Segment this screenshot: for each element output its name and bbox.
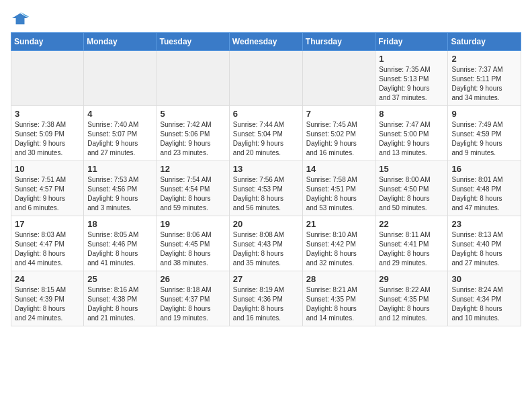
day-info: Sunrise: 8:19 AM Sunset: 4:36 PM Dayligh…	[233, 285, 299, 323]
day-info: Sunrise: 8:00 AM Sunset: 4:50 PM Dayligh…	[379, 175, 444, 213]
weekday-header: Sunday	[11, 33, 84, 51]
day-number: 22	[379, 219, 444, 229]
day-info: Sunrise: 8:11 AM Sunset: 4:41 PM Dayligh…	[379, 230, 444, 268]
calendar-cell: 15Sunrise: 8:00 AM Sunset: 4:50 PM Dayli…	[375, 161, 448, 216]
day-number: 24	[15, 274, 80, 284]
calendar-cell: 5Sunrise: 7:42 AM Sunset: 5:06 PM Daylig…	[157, 106, 229, 161]
calendar-cell	[229, 51, 302, 106]
day-info: Sunrise: 7:38 AM Sunset: 5:09 PM Dayligh…	[15, 120, 80, 158]
day-info: Sunrise: 8:08 AM Sunset: 4:43 PM Dayligh…	[233, 230, 299, 268]
day-number: 7	[306, 109, 372, 119]
calendar-cell: 21Sunrise: 8:10 AM Sunset: 4:42 PM Dayli…	[302, 216, 375, 271]
day-info: Sunrise: 7:42 AM Sunset: 5:06 PM Dayligh…	[161, 120, 226, 158]
day-number: 8	[379, 109, 444, 119]
day-number: 17	[15, 219, 80, 229]
calendar-cell: 22Sunrise: 8:11 AM Sunset: 4:41 PM Dayli…	[375, 216, 448, 271]
logo	[11, 11, 32, 27]
calendar-cell	[11, 51, 84, 106]
calendar-cell	[157, 51, 229, 106]
calendar-week-row: 24Sunrise: 8:15 AM Sunset: 4:39 PM Dayli…	[11, 271, 521, 326]
calendar-cell: 29Sunrise: 8:22 AM Sunset: 4:35 PM Dayli…	[375, 271, 448, 326]
day-number: 5	[161, 109, 226, 119]
day-info: Sunrise: 8:10 AM Sunset: 4:42 PM Dayligh…	[306, 230, 372, 268]
day-info: Sunrise: 8:15 AM Sunset: 4:39 PM Dayligh…	[15, 285, 80, 323]
day-number: 27	[233, 274, 299, 284]
day-number: 9	[451, 109, 517, 119]
day-info: Sunrise: 8:13 AM Sunset: 4:40 PM Dayligh…	[451, 230, 517, 268]
calendar-cell	[302, 51, 375, 106]
calendar-cell: 20Sunrise: 8:08 AM Sunset: 4:43 PM Dayli…	[229, 216, 302, 271]
day-info: Sunrise: 7:40 AM Sunset: 5:07 PM Dayligh…	[87, 120, 152, 158]
day-number: 23	[451, 219, 517, 229]
calendar-cell: 26Sunrise: 8:18 AM Sunset: 4:37 PM Dayli…	[157, 271, 229, 326]
calendar-cell: 1Sunrise: 7:35 AM Sunset: 5:13 PM Daylig…	[375, 51, 448, 106]
day-info: Sunrise: 7:45 AM Sunset: 5:02 PM Dayligh…	[306, 120, 372, 158]
calendar-cell: 16Sunrise: 8:01 AM Sunset: 4:48 PM Dayli…	[448, 161, 521, 216]
calendar-cell: 3Sunrise: 7:38 AM Sunset: 5:09 PM Daylig…	[11, 106, 84, 161]
day-info: Sunrise: 7:54 AM Sunset: 4:54 PM Dayligh…	[161, 175, 226, 213]
calendar-cell: 23Sunrise: 8:13 AM Sunset: 4:40 PM Dayli…	[448, 216, 521, 271]
day-info: Sunrise: 7:35 AM Sunset: 5:13 PM Dayligh…	[379, 65, 444, 103]
calendar-cell: 27Sunrise: 8:19 AM Sunset: 4:36 PM Dayli…	[229, 271, 302, 326]
day-info: Sunrise: 7:49 AM Sunset: 4:59 PM Dayligh…	[451, 120, 517, 158]
calendar-cell: 2Sunrise: 7:37 AM Sunset: 5:11 PM Daylig…	[448, 51, 521, 106]
day-number: 4	[87, 109, 152, 119]
day-number: 16	[451, 164, 517, 174]
day-number: 29	[379, 274, 444, 284]
weekday-header: Thursday	[302, 33, 375, 51]
calendar-cell: 10Sunrise: 7:51 AM Sunset: 4:57 PM Dayli…	[11, 161, 84, 216]
calendar-cell: 11Sunrise: 7:53 AM Sunset: 4:56 PM Dayli…	[84, 161, 157, 216]
weekday-header: Wednesday	[229, 33, 302, 51]
day-number: 15	[379, 164, 444, 174]
day-info: Sunrise: 7:53 AM Sunset: 4:56 PM Dayligh…	[87, 175, 152, 213]
day-number: 18	[87, 219, 152, 229]
calendar-cell: 8Sunrise: 7:47 AM Sunset: 5:00 PM Daylig…	[375, 106, 448, 161]
calendar-cell: 14Sunrise: 7:58 AM Sunset: 4:51 PM Dayli…	[302, 161, 375, 216]
day-info: Sunrise: 8:05 AM Sunset: 4:46 PM Dayligh…	[87, 230, 152, 268]
day-info: Sunrise: 7:56 AM Sunset: 4:53 PM Dayligh…	[233, 175, 299, 213]
weekday-header: Tuesday	[157, 33, 229, 51]
day-number: 10	[15, 164, 80, 174]
calendar-cell	[84, 51, 157, 106]
calendar-table: SundayMondayTuesdayWednesdayThursdayFrid…	[11, 32, 521, 326]
calendar-week-row: 1Sunrise: 7:35 AM Sunset: 5:13 PM Daylig…	[11, 51, 521, 106]
svg-marker-0	[12, 13, 28, 25]
day-number: 6	[233, 109, 299, 119]
day-info: Sunrise: 8:01 AM Sunset: 4:48 PM Dayligh…	[451, 175, 517, 213]
calendar-cell: 19Sunrise: 8:06 AM Sunset: 4:45 PM Dayli…	[157, 216, 229, 271]
day-info: Sunrise: 8:18 AM Sunset: 4:37 PM Dayligh…	[161, 285, 226, 323]
day-number: 11	[87, 164, 152, 174]
day-number: 30	[451, 274, 517, 284]
day-info: Sunrise: 8:06 AM Sunset: 4:45 PM Dayligh…	[161, 230, 226, 268]
calendar-cell: 4Sunrise: 7:40 AM Sunset: 5:07 PM Daylig…	[84, 106, 157, 161]
calendar-week-row: 17Sunrise: 8:03 AM Sunset: 4:47 PM Dayli…	[11, 216, 521, 271]
calendar-cell: 12Sunrise: 7:54 AM Sunset: 4:54 PM Dayli…	[157, 161, 229, 216]
calendar-cell: 25Sunrise: 8:16 AM Sunset: 4:38 PM Dayli…	[84, 271, 157, 326]
logo-icon	[11, 11, 30, 27]
day-info: Sunrise: 8:24 AM Sunset: 4:34 PM Dayligh…	[451, 285, 517, 323]
day-info: Sunrise: 8:03 AM Sunset: 4:47 PM Dayligh…	[15, 230, 80, 268]
calendar-body: 1Sunrise: 7:35 AM Sunset: 5:13 PM Daylig…	[11, 51, 521, 326]
calendar-week-row: 10Sunrise: 7:51 AM Sunset: 4:57 PM Dayli…	[11, 161, 521, 216]
day-number: 26	[161, 274, 226, 284]
calendar-cell: 9Sunrise: 7:49 AM Sunset: 4:59 PM Daylig…	[448, 106, 521, 161]
weekday-header: Friday	[375, 33, 448, 51]
day-number: 14	[306, 164, 372, 174]
day-number: 12	[161, 164, 226, 174]
day-number: 1	[379, 54, 444, 64]
day-number: 13	[233, 164, 299, 174]
day-number: 2	[451, 54, 517, 64]
weekday-header: Monday	[84, 33, 157, 51]
day-number: 3	[15, 109, 80, 119]
day-info: Sunrise: 7:47 AM Sunset: 5:00 PM Dayligh…	[379, 120, 444, 158]
day-info: Sunrise: 7:58 AM Sunset: 4:51 PM Dayligh…	[306, 175, 372, 213]
calendar-cell: 6Sunrise: 7:44 AM Sunset: 5:04 PM Daylig…	[229, 106, 302, 161]
day-number: 19	[161, 219, 226, 229]
day-info: Sunrise: 8:22 AM Sunset: 4:35 PM Dayligh…	[379, 285, 444, 323]
calendar-cell: 30Sunrise: 8:24 AM Sunset: 4:34 PM Dayli…	[448, 271, 521, 326]
day-info: Sunrise: 7:44 AM Sunset: 5:04 PM Dayligh…	[233, 120, 299, 158]
day-info: Sunrise: 7:51 AM Sunset: 4:57 PM Dayligh…	[15, 175, 80, 213]
weekday-header: Saturday	[448, 33, 521, 51]
calendar-cell: 17Sunrise: 8:03 AM Sunset: 4:47 PM Dayli…	[11, 216, 84, 271]
calendar-cell: 13Sunrise: 7:56 AM Sunset: 4:53 PM Dayli…	[229, 161, 302, 216]
